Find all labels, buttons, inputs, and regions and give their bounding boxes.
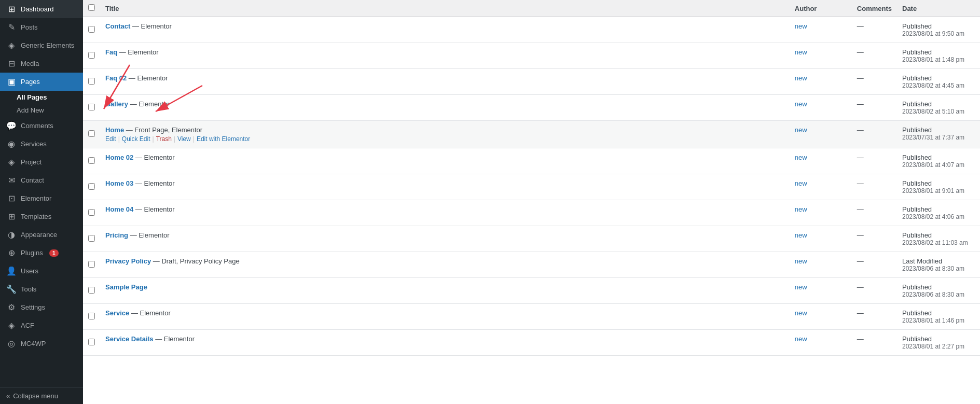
- author-link[interactable]: new: [795, 335, 807, 343]
- author-link[interactable]: new: [795, 309, 807, 317]
- row-title-cell: Home 03 — Elementor: [100, 174, 790, 200]
- row-status: Published: [902, 154, 975, 161]
- row-title-cell: Sample Page: [100, 278, 790, 304]
- row-checkbox[interactable]: [88, 261, 95, 268]
- page-title-link[interactable]: Home 04: [105, 205, 133, 213]
- row-author-cell: new: [790, 121, 852, 148]
- author-link[interactable]: new: [795, 257, 807, 265]
- sidebar-item-mc4wp[interactable]: ◎ MC4WP: [0, 335, 83, 353]
- page-title-link[interactable]: Contact: [105, 22, 130, 30]
- sidebar-item-settings[interactable]: ⚙ Settings: [0, 298, 83, 316]
- sidebar-item-services[interactable]: ◉ Services: [0, 135, 83, 153]
- row-action-view[interactable]: View: [177, 135, 191, 143]
- page-title-link[interactable]: Home 03: [105, 179, 133, 187]
- collapse-menu-button[interactable]: « Collapse menu: [0, 387, 83, 404]
- row-comments-cell: —: [852, 121, 897, 148]
- acf-icon: ◈: [6, 321, 17, 330]
- row-action-quick-edit[interactable]: Quick Edit: [122, 135, 150, 143]
- sidebar-label-comments: Comments: [21, 122, 53, 130]
- sidebar-item-posts[interactable]: ✎ Posts: [0, 18, 83, 36]
- page-title-link[interactable]: Service: [105, 309, 129, 317]
- col-author: Author: [790, 0, 852, 17]
- sidebar-item-tools[interactable]: 🔧 Tools: [0, 280, 83, 298]
- sidebar-item-users[interactable]: 👤 Users: [0, 262, 83, 280]
- row-comments-cell: —: [852, 69, 897, 95]
- page-title-link[interactable]: Gallery: [105, 100, 128, 108]
- sidebar-item-project[interactable]: ◈ Project: [0, 153, 83, 171]
- row-comments-cell: —: [852, 252, 897, 278]
- sidebar-item-plugins[interactable]: ⊕ Plugins 1: [0, 244, 83, 262]
- row-checkbox-cell: [83, 43, 100, 69]
- row-checkbox[interactable]: [88, 209, 95, 216]
- row-date-cell: Published2023/08/02 at 4:45 am: [897, 69, 980, 95]
- row-title-cell: Gallery — Elementor: [100, 95, 790, 121]
- row-checkbox[interactable]: [88, 157, 95, 164]
- author-link[interactable]: new: [795, 100, 807, 108]
- author-link[interactable]: new: [795, 283, 807, 291]
- sidebar-item-templates[interactable]: ⊞ Templates: [0, 207, 83, 226]
- row-action-edit[interactable]: Edit: [105, 135, 116, 143]
- sidebar-sub-add-new[interactable]: Add New: [0, 104, 83, 117]
- row-date-cell: Last Modified2023/08/06 at 8:30 am: [897, 252, 980, 278]
- add-new-label: Add New: [17, 106, 44, 114]
- row-action-separator: |: [193, 135, 195, 143]
- sidebar-sub-all-pages[interactable]: All Pages: [0, 91, 83, 104]
- sidebar-label-generic-elements: Generic Elements: [21, 41, 74, 49]
- row-comments-cell: —: [852, 148, 897, 174]
- plugins-badge: 1: [49, 249, 59, 257]
- sidebar-item-comments[interactable]: 💬 Comments: [0, 117, 83, 135]
- generic-elements-icon: ◈: [6, 40, 17, 50]
- contact-icon: ✉: [6, 175, 17, 185]
- row-date-cell: Published2023/08/02 at 5:10 am: [897, 95, 980, 121]
- row-comments-cell: —: [852, 278, 897, 304]
- page-title-sep: — Front Page, Elementor: [124, 126, 202, 134]
- row-checkbox[interactable]: [88, 287, 95, 294]
- row-checkbox[interactable]: [88, 104, 95, 110]
- row-action-trash[interactable]: Trash: [156, 135, 172, 143]
- page-title-link[interactable]: Home: [105, 126, 124, 134]
- row-date: 2023/08/02 at 4:06 am: [902, 213, 975, 220]
- sidebar-item-generic-elements[interactable]: ◈ Generic Elements: [0, 36, 83, 54]
- sidebar-item-contact[interactable]: ✉ Contact: [0, 171, 83, 189]
- pages-icon: ▣: [6, 77, 17, 87]
- author-link[interactable]: new: [795, 231, 807, 239]
- table-row: Home 04 — Elementornew—Published2023/08/…: [83, 200, 980, 226]
- page-title-link[interactable]: Sample Page: [105, 283, 147, 291]
- author-link[interactable]: new: [795, 126, 807, 134]
- row-date: 2023/08/02 at 4:45 am: [902, 82, 975, 89]
- author-link[interactable]: new: [795, 154, 807, 161]
- sidebar-item-pages[interactable]: ▣ Pages: [0, 73, 83, 91]
- row-checkbox[interactable]: [88, 339, 95, 345]
- page-title-link[interactable]: Pricing: [105, 231, 128, 239]
- sidebar-item-elementor[interactable]: ⊡ Elementor: [0, 189, 83, 207]
- author-link[interactable]: new: [795, 48, 807, 56]
- row-checkbox[interactable]: [88, 26, 95, 33]
- select-all-checkbox[interactable]: [88, 4, 95, 11]
- row-checkbox[interactable]: [88, 52, 95, 59]
- row-checkbox[interactable]: [88, 235, 95, 242]
- page-title-link[interactable]: Privacy Policy: [105, 257, 151, 265]
- sidebar-item-dashboard[interactable]: ⊞ Dashboard: [0, 0, 83, 18]
- page-title-link[interactable]: Faq: [105, 48, 117, 56]
- author-link[interactable]: new: [795, 74, 807, 82]
- row-checkbox[interactable]: [88, 78, 95, 85]
- sidebar-label-tools: Tools: [21, 285, 36, 293]
- row-date: 2023/08/02 at 5:10 am: [902, 108, 975, 115]
- page-title-link[interactable]: Faq 02: [105, 74, 127, 82]
- author-link[interactable]: new: [795, 22, 807, 30]
- row-author-cell: new: [790, 148, 852, 174]
- row-checkbox-cell: [83, 69, 100, 95]
- row-checkbox[interactable]: [88, 183, 95, 190]
- table-body: Contact — Elementornew—Published2023/08/…: [83, 17, 980, 356]
- author-link[interactable]: new: [795, 205, 807, 213]
- row-checkbox[interactable]: [88, 313, 95, 319]
- row-comments-cell: —: [852, 226, 897, 252]
- row-action-edit-elementor[interactable]: Edit with Elementor: [197, 135, 250, 143]
- sidebar-item-acf[interactable]: ◈ ACF: [0, 316, 83, 335]
- row-checkbox[interactable]: [88, 130, 95, 137]
- author-link[interactable]: new: [795, 179, 807, 187]
- page-title-link[interactable]: Home 02: [105, 154, 133, 161]
- page-title-link[interactable]: Service Details: [105, 335, 154, 343]
- sidebar-item-appearance[interactable]: ◑ Appearance: [0, 226, 83, 244]
- sidebar-item-media[interactable]: ⊟ Media: [0, 54, 83, 73]
